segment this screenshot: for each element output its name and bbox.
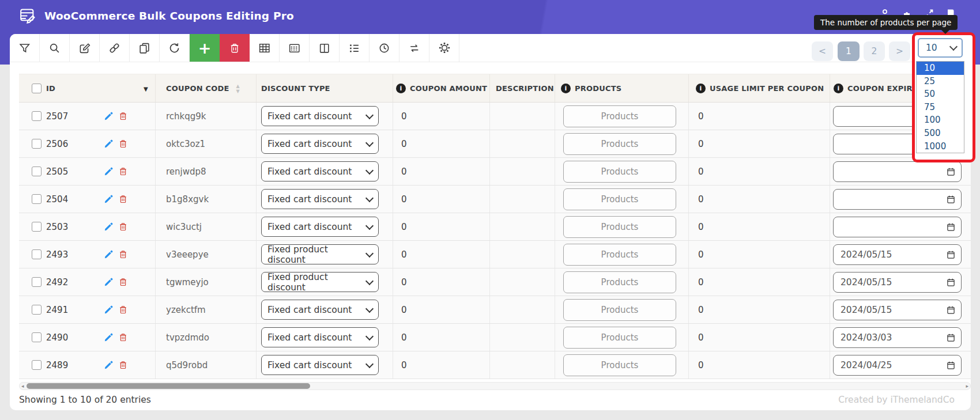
page-size-option[interactable]: 1000 xyxy=(917,140,964,153)
delete-row-icon[interactable] xyxy=(119,194,127,204)
settings-button[interactable] xyxy=(429,34,459,62)
edit-row-icon[interactable] xyxy=(104,305,114,315)
delete-row-icon[interactable] xyxy=(119,139,127,149)
expiry-date-input[interactable]: 2024/05/15 xyxy=(833,244,962,265)
page-size-select[interactable]: 10 xyxy=(918,38,963,58)
scroll-right-arrow-icon[interactable]: ▸ xyxy=(966,383,968,389)
edit-row-icon[interactable] xyxy=(104,194,114,204)
row-checkbox[interactable] xyxy=(32,139,42,149)
pagination-next-button[interactable]: > xyxy=(889,41,910,61)
scroll-left-arrow-icon[interactable]: ◂ xyxy=(21,383,24,389)
page-size-option[interactable]: 50 xyxy=(917,88,964,101)
edit-row-icon[interactable] xyxy=(104,111,114,121)
expiry-date-input[interactable] xyxy=(833,217,962,237)
add-coupon-button[interactable] xyxy=(190,34,220,62)
info-icon[interactable] xyxy=(834,84,843,93)
duplicate-button[interactable] xyxy=(130,34,160,62)
products-button[interactable]: Products xyxy=(563,271,676,293)
edit-row-icon[interactable] xyxy=(104,249,114,259)
edit-row-icon[interactable] xyxy=(104,332,114,342)
expiry-date-input[interactable] xyxy=(833,189,962,210)
expiry-date-input[interactable]: 2024/03/03 xyxy=(833,327,962,348)
products-button[interactable]: Products xyxy=(563,327,676,349)
sort-descending-icon[interactable] xyxy=(144,84,155,93)
usage-limit: 0 xyxy=(698,332,704,343)
row-checkbox[interactable] xyxy=(32,305,42,315)
page-size-option[interactable]: 10 xyxy=(917,62,964,75)
info-icon[interactable] xyxy=(696,84,706,93)
products-button[interactable]: Products xyxy=(563,161,676,183)
discount-type-select[interactable]: Fixed cart discount xyxy=(261,189,379,209)
products-button[interactable]: Products xyxy=(563,244,676,266)
link-button[interactable] xyxy=(100,34,130,62)
page-size-option[interactable]: 500 xyxy=(917,127,964,140)
row-checkbox[interactable] xyxy=(32,332,42,342)
delete-row-icon[interactable] xyxy=(119,305,127,315)
delete-row-icon[interactable] xyxy=(119,222,127,232)
sort-icon[interactable] xyxy=(236,83,240,93)
pagination-page-2-button[interactable]: 2 xyxy=(864,41,885,61)
discount-type-select[interactable]: Fixed cart discount xyxy=(261,161,379,181)
scrollbar-thumb[interactable] xyxy=(27,383,310,389)
delete-row-icon[interactable] xyxy=(119,111,127,121)
products-button[interactable]: Products xyxy=(563,105,676,127)
discount-type-select[interactable]: Fixed cart discount xyxy=(261,106,379,126)
coupon-amount: 0 xyxy=(401,222,407,232)
row-checkbox[interactable] xyxy=(32,111,42,121)
products-button[interactable]: Products xyxy=(563,354,676,376)
inline-edit-button[interactable] xyxy=(280,34,310,62)
products-button[interactable]: Products xyxy=(563,133,676,155)
discount-type-select[interactable]: Fixed product discount xyxy=(261,244,379,264)
columns-button[interactable] xyxy=(310,34,340,62)
row-checkbox[interactable] xyxy=(32,222,42,232)
delete-row-icon[interactable] xyxy=(119,332,127,342)
discount-type-select[interactable]: Fixed cart discount xyxy=(261,327,379,347)
edit-row-icon[interactable] xyxy=(104,360,114,370)
plus-icon xyxy=(198,40,212,56)
products-button[interactable]: Products xyxy=(563,216,676,238)
row-checkbox[interactable] xyxy=(32,249,42,259)
page-size-option[interactable]: 100 xyxy=(917,113,964,127)
row-checkbox[interactable] xyxy=(32,360,42,370)
sync-button[interactable] xyxy=(399,34,429,62)
filter-button[interactable] xyxy=(10,34,40,62)
discount-type-select[interactable]: Fixed product discount xyxy=(261,272,379,292)
row-checkbox[interactable] xyxy=(32,277,42,287)
table-view-button[interactable] xyxy=(250,34,280,62)
calendar-icon xyxy=(947,167,955,176)
info-icon[interactable] xyxy=(561,84,571,93)
expiry-date-input[interactable]: 2024/04/25 xyxy=(833,355,962,376)
discount-type-select[interactable]: Fixed cart discount xyxy=(261,217,379,237)
products-button[interactable]: Products xyxy=(563,188,676,210)
delete-coupon-button[interactable] xyxy=(220,34,250,62)
expiry-date-input[interactable]: 2024/05/15 xyxy=(833,300,962,320)
discount-type-select[interactable]: Fixed cart discount xyxy=(261,355,379,375)
bulk-edit-button[interactable] xyxy=(70,34,100,62)
delete-row-icon[interactable] xyxy=(119,167,127,176)
page-size-option[interactable]: 25 xyxy=(917,75,964,88)
history-button[interactable] xyxy=(370,34,399,62)
expiry-date-input[interactable]: 2024/05/15 xyxy=(833,272,962,293)
expiry-date-input[interactable] xyxy=(833,161,962,182)
pagination-page-1-button[interactable]: 1 xyxy=(838,41,860,61)
discount-type-select[interactable]: Fixed cart discount xyxy=(261,300,379,320)
edit-row-icon[interactable] xyxy=(104,222,114,232)
select-all-checkbox[interactable] xyxy=(32,84,42,93)
discount-type-select[interactable]: Fixed cart discount xyxy=(261,134,379,154)
pagination-prev-button[interactable]: < xyxy=(812,41,833,61)
edit-row-icon[interactable] xyxy=(104,167,114,176)
delete-row-icon[interactable] xyxy=(119,249,127,259)
list-button[interactable] xyxy=(340,34,370,62)
page-size-option[interactable]: 75 xyxy=(917,101,964,114)
edit-row-icon[interactable] xyxy=(104,277,114,287)
refresh-button[interactable] xyxy=(160,34,190,62)
info-icon[interactable] xyxy=(396,84,406,93)
row-checkbox[interactable] xyxy=(32,167,42,176)
search-button[interactable] xyxy=(40,34,70,62)
delete-row-icon[interactable] xyxy=(119,360,127,370)
horizontal-scrollbar[interactable]: ◂ ▸ xyxy=(19,382,971,390)
row-checkbox[interactable] xyxy=(32,194,42,204)
edit-row-icon[interactable] xyxy=(104,139,114,149)
delete-row-icon[interactable] xyxy=(119,277,127,287)
products-button[interactable]: Products xyxy=(563,299,676,321)
